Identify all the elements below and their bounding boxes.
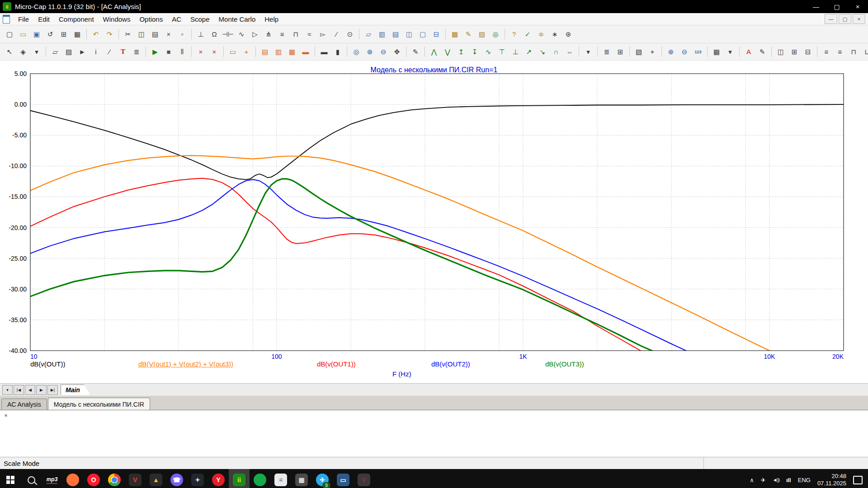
run-button[interactable]: ▶ [148,45,162,58]
text-mode-icon[interactable]: T [116,45,130,58]
clear-icon[interactable]: × [162,28,175,41]
prev-page-button[interactable]: ◀ [25,385,35,395]
mdi-close-button[interactable]: × [853,14,865,24]
component-editor-icon[interactable]: ▩ [448,28,462,41]
menu-component[interactable]: Component [54,15,99,23]
valley-icon[interactable]: ⋁ [441,45,454,58]
grid-dropdown-icon[interactable]: ▾ [723,45,737,58]
package-editor-icon[interactable]: ▧ [475,28,489,41]
document-icon[interactable] [3,15,10,23]
tray-chevron-icon[interactable]: ∧ [750,477,754,483]
cut-icon[interactable]: ✂ [121,28,135,41]
inductor-icon[interactable]: ∿ [235,28,248,41]
next-page-button[interactable]: ▶ [36,385,47,395]
align-right-icon[interactable]: ≡ [833,45,847,58]
numeric-output-icon[interactable]: ≣ [600,45,613,58]
global-high-icon[interactable]: ⊤ [495,45,509,58]
component-dropdown-icon[interactable]: ▾ [30,45,43,58]
fall-time-icon[interactable]: ↘ [536,45,549,58]
opamp-icon[interactable]: ▻ [316,28,330,41]
last-page-button[interactable]: ▶| [47,385,58,395]
clock[interactable]: 20:48 07.11.2025 [817,473,846,488]
select-mode-icon[interactable]: ↖ [3,45,16,58]
undo-icon[interactable]: ↶ [89,28,103,41]
notification-center-icon[interactable] [853,476,863,484]
taskbar-icon-chrome[interactable] [104,469,125,488]
data-points-icon[interactable]: × [194,45,208,58]
ground-icon[interactable]: ⊥ [194,28,208,41]
align-top-icon[interactable]: ⊓ [847,45,860,58]
properties-grid-icon[interactable]: ▦ [710,45,723,58]
inflection-icon[interactable]: ∿ [481,45,495,58]
zoom-out-button[interactable]: ⊖ [678,45,691,58]
copy-to-clipboard-icon[interactable]: ◫ [774,45,788,58]
taskbar-search-button[interactable] [21,469,42,488]
cursor-mode-icon[interactable]: ⌖ [646,45,659,58]
zoom-box-icon[interactable]: ◎ [349,45,363,58]
pause-button[interactable]: Ⅱ [175,45,189,58]
taskbar-icon-maroon-app[interactable]: V [354,469,374,488]
taskbar-icon-telegram[interactable]: ✈9 [312,469,333,488]
stepping-icon[interactable]: ≑ [534,28,548,41]
annotate-pencil-icon[interactable]: ✎ [755,45,769,58]
menu-windows[interactable]: Windows [99,15,135,23]
microcap-app-icon[interactable]: ii [3,2,11,11]
taskbar-icon-microcap[interactable]: ii [229,469,250,488]
taskbar-icon-media-app[interactable]: ▭ [333,469,354,488]
taskbar-icon-dark-app[interactable]: ✦ [187,469,208,488]
zoom-in-button[interactable]: ⊕ [664,45,678,58]
print-preview-icon[interactable]: ⊞ [57,28,71,41]
mdi-minimize-button[interactable]: — [825,14,837,24]
add-tag-icon[interactable]: ⊞ [788,45,801,58]
zoom-value-icon[interactable]: 123 [691,45,705,58]
vertical-cursor-icon[interactable]: ▮ [331,45,344,58]
first-page-button[interactable]: |◀ [14,385,24,395]
remove-tag-icon[interactable]: ⊟ [801,45,815,58]
new-file-icon[interactable]: ▢ [3,28,16,41]
panel-close-icon[interactable]: × [2,412,9,419]
split-window-icon[interactable]: ◫ [402,28,416,41]
info-mode-icon[interactable]: i [89,45,103,58]
menu-edit[interactable]: Edit [33,15,54,23]
close-button[interactable]: × [847,0,868,13]
global-low-icon[interactable]: ⊥ [509,45,522,58]
open-file-icon[interactable]: ▭ [16,28,30,41]
go-to-x-icon[interactable]: ✎ [409,45,422,58]
minor-log-grids-icon[interactable]: ▦ [285,45,299,58]
settings-icon[interactable]: ⊛ [561,28,575,41]
battery-icon[interactable]: ≡ [275,28,289,41]
file-tab-unselected[interactable]: AC Analysis [1,399,47,410]
zoom-in-mode-icon[interactable]: ⊕ [363,45,377,58]
pulse-source-icon[interactable]: ⊓ [289,28,302,41]
tile-horizontal-icon[interactable]: ▤ [389,28,402,41]
properties-icon[interactable]: ≣ [130,45,143,58]
align-bottom-icon[interactable]: ⊔ [860,45,868,58]
taskbar-icon-notepad[interactable]: ≡ [270,469,291,488]
legend-sum[interactable]: dB(V(out1) + V(out2) + V(out3)) [138,360,233,368]
scale-mode-icon[interactable]: ▧ [632,45,646,58]
plus-mark-icon[interactable]: + [240,45,253,58]
peak-icon[interactable]: ⋀ [427,45,441,58]
user-source-icon[interactable]: ⊙ [343,28,357,41]
ruler-icon[interactable]: ▭ [226,45,240,58]
page-tab-main[interactable]: Main [61,385,90,395]
high-icon[interactable]: ↥ [454,45,468,58]
npn-transistor-icon[interactable]: ⋔ [262,28,275,41]
horizontal-axis-grids-icon[interactable]: ▤ [258,45,272,58]
cascade-windows-icon[interactable]: ▱ [362,28,375,41]
revert-icon[interactable]: ↺ [43,28,57,41]
menu-file[interactable]: File [14,15,33,23]
taskbar-icon-mp3tag[interactable]: mp3 [42,469,62,488]
baseline-icon[interactable]: ▬ [299,45,312,58]
taskbar-icon-opera[interactable]: O [83,469,104,488]
maximize-button[interactable]: ▢ [826,0,847,13]
legend-out1[interactable]: dB(v(OUT1)) [317,360,356,368]
language-indicator[interactable]: ENG [798,477,811,483]
taskbar-icon-green-app[interactable] [250,469,270,488]
tokens-icon[interactable]: × [208,45,221,58]
width-icon[interactable]: ⇔ [563,45,576,58]
graph-color-icon[interactable]: A [742,45,755,58]
flag-mode-icon[interactable]: ► [75,45,89,58]
save-icon[interactable]: ▣ [30,28,43,41]
stop-button[interactable]: ■ [162,45,175,58]
